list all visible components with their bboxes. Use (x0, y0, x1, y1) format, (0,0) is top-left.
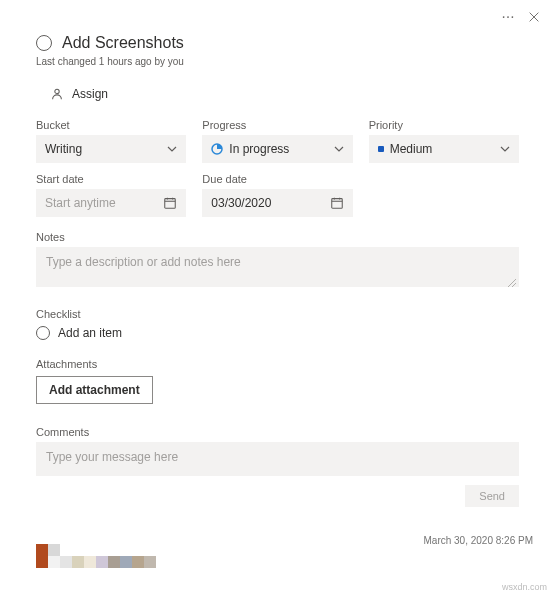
priority-medium-icon (378, 146, 384, 152)
svg-point-0 (503, 16, 505, 18)
progress-dropdown[interactable]: In progress (202, 135, 352, 163)
start-date-input[interactable] (45, 196, 163, 210)
priority-dropdown[interactable]: Medium (369, 135, 519, 163)
svg-point-2 (512, 16, 514, 18)
due-date-label: Due date (202, 173, 352, 185)
checklist-add-item-text: Add an item (58, 326, 122, 340)
attachments-label: Attachments (36, 358, 519, 370)
color-swatch (132, 556, 144, 568)
color-swatch (72, 556, 84, 568)
color-swatch (36, 556, 48, 568)
assign-button[interactable]: Assign (50, 87, 519, 101)
calendar-icon[interactable] (330, 196, 344, 210)
color-swatch (96, 556, 108, 568)
color-swatch (60, 556, 72, 568)
due-date-input[interactable] (211, 196, 329, 210)
bucket-dropdown[interactable]: Writing (36, 135, 186, 163)
svg-rect-11 (331, 199, 342, 209)
start-date-input-wrap (36, 189, 186, 217)
chevron-down-icon (167, 144, 177, 154)
complete-task-checkbox[interactable] (36, 35, 52, 51)
add-attachment-button[interactable]: Add attachment (36, 376, 153, 404)
checklist-add-item[interactable]: Add an item (36, 326, 519, 340)
notes-label: Notes (36, 231, 519, 243)
comments-label: Comments (36, 426, 519, 438)
close-icon[interactable] (527, 10, 541, 24)
comments-textarea[interactable] (36, 442, 519, 476)
calendar-icon[interactable] (163, 196, 177, 210)
svg-rect-7 (165, 199, 176, 209)
chevron-down-icon (334, 144, 344, 154)
chevron-down-icon (500, 144, 510, 154)
bucket-value: Writing (45, 142, 82, 156)
task-title[interactable]: Add Screenshots (62, 34, 184, 52)
checklist-label: Checklist (36, 308, 519, 320)
person-icon (50, 87, 64, 101)
color-swatch (144, 556, 156, 568)
color-swatch (108, 556, 120, 568)
progress-value: In progress (229, 142, 289, 156)
checklist-item-circle (36, 326, 50, 340)
color-swatch (48, 556, 60, 568)
watermark-text: wsxdn.com (502, 582, 547, 592)
last-changed-text: Last changed 1 hours ago by you (36, 56, 519, 67)
color-swatch (120, 556, 132, 568)
color-palette (36, 544, 156, 568)
priority-value: Medium (390, 142, 433, 156)
color-swatch (36, 544, 48, 556)
color-swatch (48, 544, 60, 556)
assign-label: Assign (72, 87, 108, 101)
priority-label: Priority (369, 119, 519, 131)
in-progress-icon (211, 143, 223, 155)
notes-textarea[interactable] (36, 247, 519, 287)
due-date-input-wrap (202, 189, 352, 217)
send-button[interactable]: Send (465, 485, 519, 507)
more-icon[interactable] (501, 10, 515, 24)
svg-point-1 (507, 16, 509, 18)
bucket-label: Bucket (36, 119, 186, 131)
color-swatch (84, 556, 96, 568)
progress-label: Progress (202, 119, 352, 131)
footer-timestamp: March 30, 2020 8:26 PM (423, 535, 533, 546)
svg-point-5 (55, 89, 59, 93)
start-date-label: Start date (36, 173, 186, 185)
